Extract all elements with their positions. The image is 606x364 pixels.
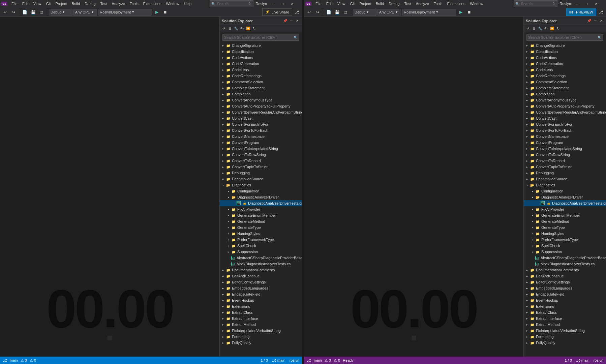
search-input-bar-right[interactable]: 🔍 [526, 34, 603, 41]
int-preview-btn[interactable]: INT PREVIEW [566, 8, 596, 16]
tree-item[interactable]: ▸📁ConvertAutoPropertyToFullProperty [220, 103, 302, 109]
menu-test-right[interactable]: Test [402, 1, 413, 6]
tree-item[interactable]: ▸📁Suppression [524, 249, 606, 255]
tree-item[interactable]: ▸📁DocumentationComments [220, 267, 302, 273]
save-all-btn-right[interactable]: 🗂 [342, 8, 349, 16]
tree-item[interactable]: ▸📁ConvertCast [220, 115, 302, 121]
menu-help-left[interactable]: Help [182, 1, 194, 6]
tree-item[interactable]: ▸📁ConvertBetweenRegularAndVerbatimString [524, 109, 606, 115]
preview-btn-left[interactable]: 👁 [239, 26, 245, 31]
platform-right[interactable]: Any CPU ▾ [377, 9, 401, 16]
tree-item[interactable]: ▸📁GenerateMethod [524, 218, 606, 224]
tree-item[interactable]: C#🔒DiagnosticAnalyzerDriverTests.cs [524, 200, 606, 206]
errors-right[interactable]: ⚠ 0 [325, 358, 331, 363]
tree-item[interactable]: ▸📁GenerateEnumMember [524, 212, 606, 218]
minimize-btn-left[interactable]: ─ [269, 0, 278, 7]
tree-item[interactable]: ▸📁ConvertForEachToFor [524, 121, 606, 127]
tree-item[interactable]: ▸📁ConvertProgram [220, 140, 302, 146]
save-btn-left[interactable]: 💾 [29, 8, 37, 16]
tree-item[interactable]: C#AbstractCSharpDiagnosticProviderBase [524, 255, 606, 261]
tree-item[interactable]: C#MockDiagnosticAnalyzerTests.cs [524, 261, 606, 267]
tree-item[interactable]: ▸📁Extensions [524, 303, 606, 309]
tree-item[interactable]: ▾📂DiagnosticAnalyzerDriver [220, 194, 302, 200]
menu-tools-left[interactable]: Tools [128, 1, 141, 6]
menu-extensions-left[interactable]: Extensions [141, 1, 163, 6]
panel-close-left[interactable]: ✕ [295, 18, 300, 24]
redo-btn-right[interactable]: ↪ [314, 8, 321, 16]
tree-item[interactable]: ▸📁EncapsulateField [220, 291, 302, 297]
right-editor[interactable]: 00.00 [304, 17, 523, 357]
tree-item[interactable]: ▸📁EmbeddedLanguages [524, 285, 606, 291]
top-search-input-right[interactable] [521, 2, 551, 6]
warnings-left[interactable]: ⚠ 0 [30, 358, 36, 363]
tree-item[interactable]: ▸📁Classification [220, 49, 302, 55]
menu-git-right[interactable]: Git [348, 1, 357, 6]
new-file-btn-right[interactable]: 📄 [325, 8, 332, 16]
tree-item[interactable]: ▸📁ConvertCast [524, 115, 606, 121]
project-right[interactable]: RoslynDeployment ▾ [402, 9, 456, 16]
tree-item[interactable]: ▸📁GenerateType [524, 224, 606, 231]
play-btn-right[interactable]: ▶ [457, 8, 464, 16]
tree-item[interactable]: ▸📁Completion [220, 91, 302, 97]
tree-item[interactable]: ▸📁ConvertProgram [524, 140, 606, 146]
menu-debug-right[interactable]: Debug [387, 1, 401, 6]
tree-item[interactable]: ▸📁CommentSelection [220, 79, 302, 85]
tree-item[interactable]: ▸📁DecompiledSource [524, 176, 606, 182]
tree-item[interactable]: ▸📁ConvertToRecord [220, 158, 302, 164]
tree-item[interactable]: ▸📁Completion [524, 91, 606, 97]
tree-item[interactable]: ▸📁ConvertBetweenRegularAndVerbatimString [220, 109, 302, 115]
tree-item[interactable]: ▸📁Formatting [524, 334, 606, 340]
tree-item[interactable]: C#AbstractCSharpDiagnosticProviderBased [220, 255, 302, 261]
user-left[interactable]: roslyn [290, 358, 299, 363]
menu-debug-left[interactable]: Debug [83, 1, 97, 6]
tree-item[interactable]: ▸📁CompleteStatement [220, 85, 302, 91]
tree-item[interactable]: ▸📁ConvertAnonymousType [220, 97, 302, 103]
debug-mode-left[interactable]: Debug ▾ [49, 9, 72, 16]
menu-window-right[interactable]: Window [468, 1, 485, 6]
collapse-btn-left[interactable]: ⊟ [227, 26, 233, 31]
tree-item[interactable]: C#MockDiagnosticAnalyzerTests.cs [220, 261, 302, 267]
tree-item[interactable]: ▸📁Classification [524, 49, 606, 55]
tree-item[interactable]: ▸📁CodeActions [220, 55, 302, 61]
sync-btn-right[interactable]: ⇄ [525, 26, 531, 31]
tree-item[interactable]: ▸📁ConvertAnonymousType [524, 97, 606, 103]
tree-item[interactable]: ▸📁ConvertToInterpolatedString [524, 146, 606, 152]
tree-item[interactable]: ▸📁ConvertToInterpolatedString [220, 146, 302, 152]
save-all-btn-left[interactable]: 🗂 [38, 8, 45, 16]
panel-min-left[interactable]: ─ [289, 18, 294, 24]
tree-item[interactable]: ▸📁EditAndContinue [524, 273, 606, 279]
tree-item[interactable]: ▸📁GenerateEnumMember [220, 212, 302, 218]
live-share-btn-left[interactable]: ⚡ Live Share [262, 8, 292, 16]
git-btn-right[interactable]: ⎇ [597, 8, 605, 16]
collapse-btn-right[interactable]: ⊟ [531, 26, 537, 31]
panel-pin-left[interactable]: 📌 [282, 18, 288, 24]
props-btn-left[interactable]: 🔧 [233, 26, 239, 31]
tree-item[interactable]: C#🔒DiagnosticAnalyzerDriverTests.cs [220, 200, 302, 206]
branch-name-left[interactable]: main [10, 358, 18, 362]
left-editor[interactable]: 00.00 [0, 17, 219, 357]
tree-item[interactable]: ▸📁EventHookup [524, 297, 606, 303]
tree-item[interactable]: ▸📁ConvertAutoPropertyToFullProperty [524, 103, 606, 109]
menu-edit-left[interactable]: Edit [20, 1, 31, 6]
menu-tools-right[interactable]: Tools [432, 1, 445, 6]
tree-item[interactable]: ▸📁ConvertNamespace [220, 133, 302, 140]
menu-project-right[interactable]: Project [357, 1, 373, 6]
tree-item[interactable]: ▸📁Configuration [220, 188, 302, 194]
tree-item[interactable]: ▸📁NamingStyles [220, 231, 302, 237]
tree-item[interactable]: ▸📁EventHookup [220, 297, 302, 303]
tree-item[interactable]: ▸📁ConvertToRawString [220, 152, 302, 158]
tree-item[interactable]: ▸📁ConvertTupleToStruct [220, 164, 302, 170]
tree-item[interactable]: ▸📁ConvertForEachToFor [220, 121, 302, 127]
maximize-btn-left[interactable]: □ [278, 0, 287, 7]
preview-btn-right[interactable]: 👁 [543, 26, 549, 31]
git-btn-left[interactable]: ⎇ [293, 8, 301, 16]
props-btn-right[interactable]: 🔧 [537, 26, 543, 31]
search-input-right[interactable] [528, 35, 598, 39]
search-input-bar-left[interactable]: 🔍 [222, 34, 299, 41]
tree-item[interactable]: ▸📁ConvertToRawString [524, 152, 606, 158]
tree-item[interactable]: ▸📁Configuration [524, 188, 606, 194]
tree-item[interactable]: ▸📁ExtractMethod [220, 322, 302, 328]
errors-left[interactable]: ⚠ 0 [21, 358, 27, 363]
menu-file-left[interactable]: File [9, 1, 20, 6]
branch-right2[interactable]: ⎇ main [576, 358, 589, 363]
